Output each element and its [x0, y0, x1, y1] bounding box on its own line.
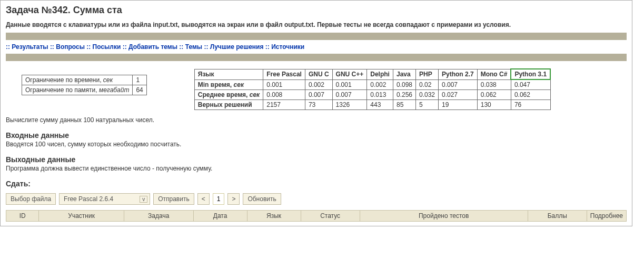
lang-min-cell: 0.007	[439, 79, 478, 90]
nav-sep: ::	[6, 43, 10, 51]
compiler-select[interactable]: Free Pascal 2.6.4 v	[59, 193, 150, 205]
limit-time-value: 1	[133, 75, 146, 85]
lang-col-header: Delphi	[367, 69, 393, 79]
col-details: Подробнее	[587, 211, 626, 222]
lang-correct-cell: 19	[439, 100, 478, 110]
pager-next-button[interactable]: >	[227, 193, 240, 205]
lang-avg-cell: 0.008	[263, 90, 305, 100]
lang-avg-cell: 0.027	[439, 90, 478, 100]
lang-min-cell: 0.001	[263, 79, 305, 90]
output-description: Программа должна вывести единственное чи…	[6, 165, 627, 172]
lang-min-cell: 0.002	[305, 79, 332, 90]
nav-add-topics[interactable]: Добавить темы	[128, 43, 177, 51]
input-heading: Входные данные	[6, 131, 627, 140]
lang-correct-cell: 85	[393, 100, 415, 110]
lang-col-header: Python 3.1	[511, 69, 550, 79]
send-button[interactable]: Отправить	[153, 193, 194, 205]
row-header-correct: Верных решений	[194, 100, 263, 110]
nav-submissions[interactable]: Посылки	[93, 43, 121, 51]
col-task: Задача	[124, 211, 193, 222]
nav-sep: ::	[50, 43, 54, 51]
lang-correct-cell: 1326	[332, 100, 367, 110]
page-title: Задача №342. Сумма ста	[6, 5, 627, 16]
lang-col-header: Java	[393, 69, 415, 79]
lang-avg-cell: 0.013	[367, 90, 393, 100]
limit-time-label: Ограничение по времени, сек	[22, 75, 133, 85]
nav-links: :: Результаты :: Вопросы :: Посылки :: Д…	[6, 43, 627, 51]
lang-stats-avg-row: Среднее время, сек 0.0080.0070.0070.0130…	[194, 90, 550, 100]
chevron-down-icon: v	[140, 196, 147, 203]
limit-memory-label: Ограничение по памяти, мегабайт	[22, 85, 133, 95]
lang-min-cell: 0.001	[332, 79, 367, 90]
refresh-button[interactable]: Обновить	[243, 193, 281, 205]
page-subtitle: Данные вводятся с клавиатуры или из файл…	[6, 21, 627, 28]
lang-col-header: Python 2.7	[439, 69, 478, 79]
input-description: Вводятся 100 чисел, сумму которых необхо…	[6, 141, 627, 148]
main-container: Задача №342. Сумма ста Данные вводятся с…	[0, 0, 632, 226]
choose-file-button[interactable]: Выбор файла	[6, 193, 56, 205]
lang-stats-min-row: Min время, сек 0.0010.0020.0010.0020.098…	[194, 79, 550, 90]
lang-avg-cell: 0.062	[477, 90, 511, 100]
lang-correct-cell: 443	[367, 100, 393, 110]
lang-col-header: GNU C	[305, 69, 332, 79]
submit-heading: Сдать:	[6, 180, 627, 188]
col-participant: Участник	[39, 211, 124, 222]
lang-avg-cell: 0.032	[415, 90, 438, 100]
nav-sep: ::	[86, 43, 91, 51]
col-date: Дата	[193, 211, 247, 222]
col-header-language: Язык	[194, 69, 263, 79]
limit-memory-value: 64	[133, 85, 146, 95]
col-status: Статус	[301, 211, 360, 222]
lang-min-cell: 0.002	[367, 79, 393, 90]
col-score: Баллы	[528, 211, 587, 222]
nav-topics[interactable]: Темы	[185, 43, 202, 51]
lang-avg-cell: 0.007	[332, 90, 367, 100]
nav-sep: ::	[179, 43, 183, 51]
language-stats-table: Язык Free PascalGNU CGNU C++DelphiJavaPH…	[194, 68, 551, 110]
lang-min-cell: 0.047	[511, 79, 550, 90]
submit-controls: Выбор файла Free Pascal 2.6.4 v Отправит…	[6, 193, 627, 205]
problem-statement: Вычислите сумму данных 100 натуральных ч…	[6, 116, 627, 124]
lang-min-cell: 0.038	[477, 79, 511, 90]
row-header-avg: Среднее время, сек	[194, 90, 263, 100]
nav-sources[interactable]: Источники	[271, 43, 304, 51]
row-header-min: Min время, сек	[194, 79, 263, 90]
output-heading: Выходные данные	[6, 155, 627, 164]
lang-stats-correct-row: Верных решений 21577313264438551913076	[194, 100, 550, 110]
col-tests-passed: Пройдено тестов	[360, 211, 528, 222]
col-language: Язык	[247, 211, 301, 222]
lang-correct-cell: 130	[477, 100, 511, 110]
lang-col-header: Free Pascal	[263, 69, 305, 79]
nav-sep: ::	[204, 43, 208, 51]
submissions-table: ID Участник Задача Дата Язык Статус Прой…	[6, 210, 627, 222]
nav-sep: ::	[123, 43, 127, 51]
stats-row: Ограничение по времени, сек 1 Ограничени…	[6, 68, 627, 110]
lang-correct-cell: 73	[305, 100, 332, 110]
nav-sep: ::	[265, 43, 270, 51]
lang-correct-cell: 2157	[263, 100, 305, 110]
lang-col-header: GNU C++	[332, 69, 367, 79]
pager-prev-button[interactable]: <	[197, 193, 210, 205]
limits-table: Ограничение по времени, сек 1 Ограничени…	[22, 75, 147, 95]
lang-avg-cell: 0.062	[511, 90, 550, 100]
nav-questions[interactable]: Вопросы	[56, 43, 85, 51]
col-id: ID	[6, 211, 39, 222]
divider-bar	[6, 33, 627, 40]
lang-avg-cell: 0.256	[393, 90, 415, 100]
lang-min-cell: 0.098	[393, 79, 415, 90]
pager-current: 1	[213, 193, 225, 205]
lang-col-header: Mono C#	[477, 69, 511, 79]
lang-correct-cell: 76	[511, 100, 550, 110]
nav-results[interactable]: Результаты	[12, 43, 48, 51]
compiler-selected: Free Pascal 2.6.4	[64, 195, 113, 203]
lang-correct-cell: 5	[415, 100, 438, 110]
lang-min-cell: 0.02	[415, 79, 438, 90]
lang-avg-cell: 0.007	[305, 90, 332, 100]
divider-bar	[6, 54, 627, 61]
nav-best-solutions[interactable]: Лучшие решения	[210, 43, 264, 51]
lang-col-header: PHP	[415, 69, 438, 79]
lang-stats-header-row: Язык Free PascalGNU CGNU C++DelphiJavaPH…	[194, 69, 550, 79]
